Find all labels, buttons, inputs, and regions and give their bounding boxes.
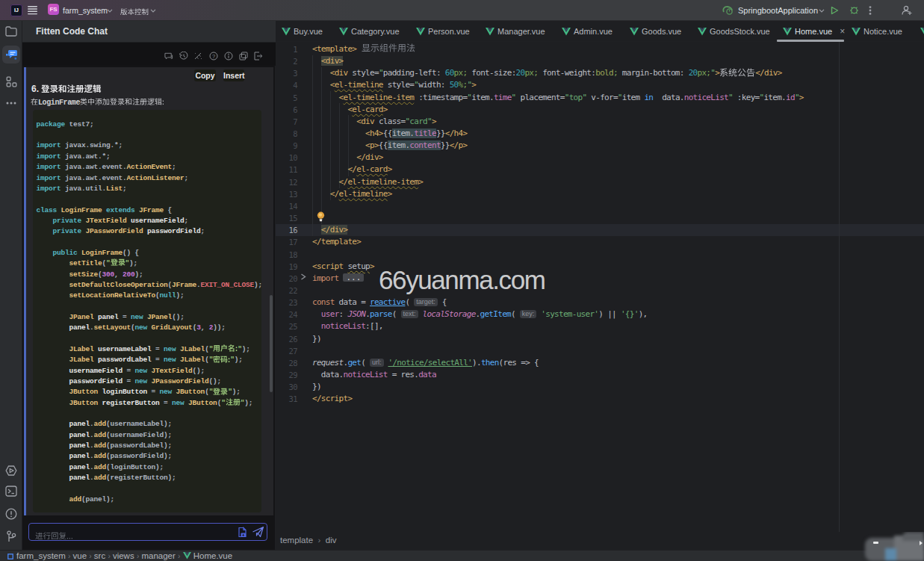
svg-text:?: ? bbox=[212, 53, 215, 60]
